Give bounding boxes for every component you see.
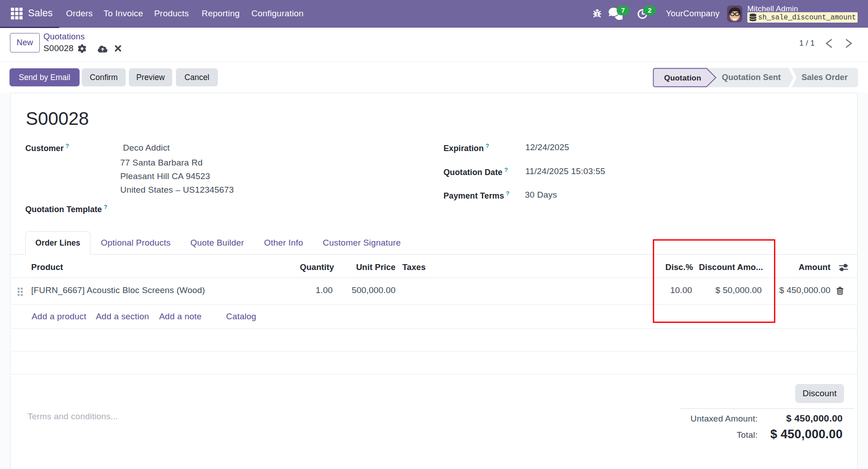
svg-text:Quotation: Quotation [664, 74, 701, 82]
